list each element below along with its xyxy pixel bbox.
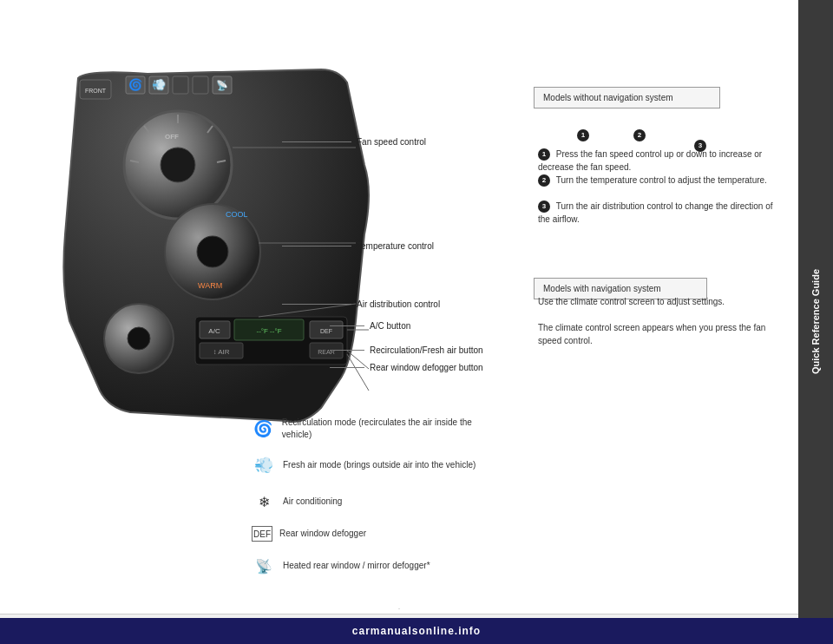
- legend-area: 🌀 Recirculation mode (recirculates the a…: [252, 417, 495, 590]
- ac-label: A/C button: [364, 321, 410, 331]
- svg-text:↕ AIR: ↕ AIR: [213, 348, 229, 356]
- fan-speed-label-line: Fan speed control: [282, 137, 426, 147]
- legend-item-2: 💨 Fresh air mode (brings outside air int…: [252, 453, 495, 477]
- without-nav-item1-text: Press the fan speed control up or down t…: [538, 149, 762, 172]
- svg-text:WARM: WARM: [198, 281, 222, 290]
- without-nav-text-1: 1 Press the fan speed control up or down…: [538, 148, 781, 174]
- num-badge-2: 2: [633, 128, 646, 141]
- svg-point-11: [161, 148, 195, 182]
- without-nav-item2-text: Turn the temperature control to adjust t…: [556, 175, 767, 185]
- legend-item-1: 🌀 Recirculation mode (recirculates the a…: [252, 417, 495, 441]
- legend-item-5: 📡 Heated rear window / mirror defogger*: [252, 554, 495, 578]
- svg-rect-7: [193, 76, 208, 94]
- with-nav-text-1: Use the climate control screen to adjust…: [538, 295, 781, 308]
- rear-defog-label-line: Rear window defogger button: [330, 363, 483, 372]
- recirculation-icon: 🌀: [252, 417, 275, 441]
- watermark: .: [398, 602, 401, 611]
- svg-text:OFF: OFF: [165, 133, 179, 141]
- rear-defog-label: Rear window defogger button: [364, 363, 483, 372]
- legend-item-4: DEF Rear window defogger: [252, 526, 495, 542]
- air-dist-label: Air distribution control: [351, 299, 440, 309]
- without-nav-item3-text: Turn the air distribution control to cha…: [538, 201, 773, 224]
- rear-defog-icon: DEF: [252, 526, 272, 542]
- main-content: FRONT 🌀 💨 📡 OFF COOL WARM A/C: [0, 0, 798, 644]
- with-nav-text-2: The climate control screen appears when …: [538, 321, 781, 347]
- ac-label-line: A/C button: [330, 321, 410, 331]
- svg-text:💨: 💨: [152, 77, 167, 92]
- legend-item-3: ❄ Air conditioning: [252, 490, 495, 514]
- with-nav-item1-text: Use the climate control screen to adjust…: [538, 297, 725, 306]
- legend-text-1: Recirculation mode (recirculates the air…: [282, 417, 495, 441]
- num-badge-1: 1: [577, 128, 589, 141]
- svg-text:FRONT: FRONT: [85, 88, 107, 94]
- svg-text:📡: 📡: [216, 79, 228, 91]
- legend-text-4: Rear window defogger: [279, 528, 366, 540]
- svg-point-19: [197, 236, 228, 267]
- svg-text:COOL: COOL: [226, 210, 248, 219]
- models-without-nav-box: Models without navigation system: [534, 87, 720, 108]
- recirc-label-line: Recirculation/Fresh air button: [330, 345, 483, 355]
- temp-label: Temperature control: [351, 241, 434, 251]
- svg-point-23: [128, 327, 150, 350]
- logo-bar: carmanualsonline.info: [0, 618, 833, 644]
- models-with-nav-label: Models with navigation system: [543, 284, 661, 293]
- legend-text-3: Air conditioning: [283, 496, 342, 508]
- svg-rect-6: [173, 76, 188, 94]
- models-without-nav-label: Models without navigation system: [543, 93, 673, 102]
- heated-mirror-icon: 📡: [252, 554, 276, 578]
- svg-text:A/C: A/C: [208, 327, 220, 335]
- ac-icon: ❄: [252, 490, 276, 514]
- recirc-label: Recirculation/Fresh air button: [364, 345, 483, 355]
- sidebar-label: Quick Reference Guide: [810, 269, 821, 374]
- without-nav-text-2: 2 Turn the temperature control to adjust…: [538, 174, 781, 187]
- temp-label-line: Temperature control: [282, 241, 434, 251]
- fresh-air-icon: 💨: [252, 453, 276, 477]
- svg-text:--°F  --°F: --°F --°F: [256, 327, 281, 335]
- with-nav-item2-text: The climate control screen appears when …: [538, 323, 765, 345]
- without-nav-text-3: 3 Turn the air distribution control to c…: [538, 200, 781, 226]
- svg-text:🌀: 🌀: [128, 77, 143, 92]
- legend-text-2: Fresh air mode (brings outside air into …: [283, 459, 476, 471]
- air-dist-label-line: Air distribution control: [282, 299, 440, 309]
- fan-speed-label: Fan speed control: [351, 137, 426, 147]
- logo-text: carmanualsonline.info: [352, 625, 481, 637]
- legend-text-5: Heated rear window / mirror defogger*: [283, 560, 430, 572]
- right-sidebar: Quick Reference Guide: [798, 0, 833, 644]
